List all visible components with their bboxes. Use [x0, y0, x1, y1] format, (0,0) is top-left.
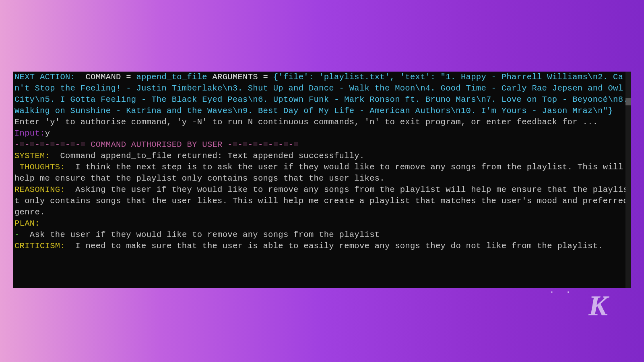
input-value: y	[45, 129, 50, 138]
reasoning-line: REASONING: Asking the user if they would…	[14, 184, 630, 218]
brand-logo: K	[588, 294, 608, 318]
plan-item-text: Ask the user if they would like to remov…	[25, 230, 380, 239]
next-action-label: NEXT ACTION:	[14, 72, 85, 82]
scrollbar-track[interactable]	[625, 72, 631, 288]
thoughts-label: THOUGHTS:	[14, 162, 70, 172]
authorised-line: -=-=-=-=-=-=-= COMMAND AUTHORISED BY USE…	[14, 139, 630, 150]
reasoning-label: REASONING:	[14, 185, 70, 194]
terminal-window[interactable]: NEXT ACTION: COMMAND = append_to_file AR…	[13, 72, 631, 288]
logo-dots: . .	[549, 285, 574, 296]
system-text: Command append_to_file returned: Text ap…	[55, 151, 365, 160]
scrollbar-thumb[interactable]	[625, 98, 631, 105]
thoughts-text: I think the next step is to ask the user…	[14, 162, 628, 183]
plan-item-line: - Ask the user if they would like to rem…	[14, 229, 630, 241]
system-line: SYSTEM: Command append_to_file returned:…	[14, 150, 630, 162]
plan-label-line: PLAN:	[14, 218, 630, 229]
plan-bullet: -	[14, 230, 25, 239]
criticism-label: CRITICISM:	[14, 241, 70, 251]
plan-label: PLAN:	[14, 219, 40, 228]
input-label: Input:	[14, 129, 45, 138]
system-label: SYSTEM:	[14, 151, 55, 160]
prompt-line: Enter 'y' to authorise command, 'y -N' t…	[14, 117, 630, 128]
reasoning-text: Asking the user if they would like to re…	[14, 185, 631, 217]
criticism-text: I need to make sure that the user is abl…	[70, 241, 603, 251]
command-label: COMMAND =	[85, 72, 136, 82]
input-line[interactable]: Input:y	[14, 128, 630, 139]
arguments-label: ARGUMENTS =	[207, 72, 273, 82]
thoughts-line: THOUGHTS: I think the next step is to as…	[14, 162, 630, 184]
next-action-line: NEXT ACTION: COMMAND = append_to_file AR…	[14, 72, 630, 117]
criticism-line: CRITICISM: I need to make sure that the …	[14, 241, 630, 252]
command-value: append_to_file	[136, 72, 207, 82]
